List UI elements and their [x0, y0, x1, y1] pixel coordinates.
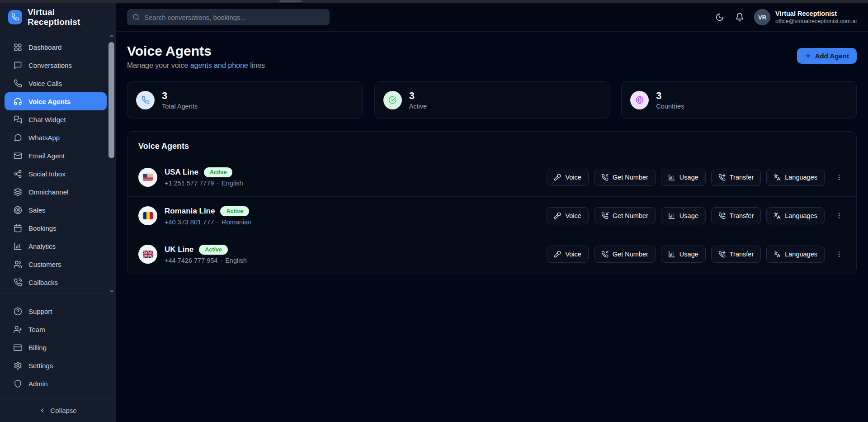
share-icon: [14, 170, 22, 178]
transfer-button[interactable]: Transfer: [711, 246, 761, 263]
stat-label: Total Agents: [162, 103, 198, 110]
phone-forwarded-icon: [718, 212, 726, 219]
get-number-button[interactable]: Get Number: [594, 169, 656, 186]
search-input[interactable]: [144, 14, 324, 21]
user-name: Virtual Receptionist: [775, 9, 857, 18]
get-number-label: Get Number: [613, 212, 648, 219]
calendar-icon: [14, 224, 22, 232]
languages-label: Languages: [785, 174, 817, 181]
get-number-button[interactable]: Get Number: [594, 246, 656, 263]
voice-button[interactable]: Voice: [547, 169, 588, 186]
sidebar-item-chat-widget[interactable]: Chat Widget: [0, 110, 116, 128]
voice-button[interactable]: Voice: [547, 246, 588, 263]
usage-button[interactable]: Usage: [661, 169, 706, 186]
transfer-button[interactable]: Transfer: [711, 169, 761, 186]
dark-mode-toggle[interactable]: [714, 12, 725, 23]
main-area: VR Virtual Receptionist office@virtualre…: [116, 3, 868, 422]
mic-icon: [554, 174, 561, 181]
user-menu[interactable]: VR Virtual Receptionist office@virtualre…: [754, 9, 857, 25]
chevron-left-icon: [39, 407, 46, 414]
users-icon: [14, 260, 22, 269]
meta-separator: ·: [220, 257, 222, 264]
sidebar-item-label: Dashboard: [28, 43, 61, 51]
add-agent-button[interactable]: Add Agent: [797, 48, 857, 64]
sidebar-item-voice-agents[interactable]: Voice Agents: [5, 92, 107, 110]
languages-icon: [774, 174, 781, 181]
voice-agents-panel: Voice Agents USA Line Active: [127, 131, 857, 274]
languages-button[interactable]: Languages: [766, 246, 825, 263]
sidebar-item-label: Settings: [28, 362, 53, 370]
add-agent-label: Add Agent: [815, 52, 849, 60]
agent-list: USA Line Active +1 251 577 7779 · Englis…: [127, 158, 856, 273]
user-identity: Virtual Receptionist office@virtualrecep…: [775, 9, 857, 25]
sidebar-item-label: Customers: [28, 261, 61, 268]
notifications-button[interactable]: [734, 12, 745, 23]
sidebar-item-bookings[interactable]: Bookings: [0, 219, 116, 237]
sidebar-item-omnichannel[interactable]: Omnichannel: [0, 183, 116, 201]
scrollbar-down-arrow-icon[interactable]: [109, 288, 115, 294]
phone-forwarded-icon: [718, 174, 726, 181]
usage-button[interactable]: Usage: [661, 207, 706, 224]
more-vertical-icon: [835, 212, 843, 219]
sidebar-item-label: Omnichannel: [28, 188, 68, 196]
window-top-strip: [0, 0, 868, 3]
sidebar-item-social-inbox[interactable]: Social Inbox: [0, 165, 116, 183]
sidebar-item-customers[interactable]: Customers: [0, 255, 116, 273]
scrollbar-up-arrow-icon[interactable]: [109, 33, 115, 39]
transfer-button[interactable]: Transfer: [711, 207, 761, 224]
sidebar-item-settings[interactable]: Settings: [0, 356, 116, 375]
sidebar-item-sales[interactable]: Sales: [0, 201, 116, 219]
stat-text: 3 Countries: [656, 90, 684, 110]
mic-icon: [554, 251, 561, 258]
romania-flag-icon: [138, 206, 157, 225]
usage-button[interactable]: Usage: [661, 246, 706, 263]
bell-icon: [735, 13, 744, 22]
sidebar-item-analytics[interactable]: Analytics: [0, 237, 116, 255]
sidebar-item-voice-calls[interactable]: Voice Calls: [0, 74, 116, 92]
sidebar-item-conversations[interactable]: Conversations: [0, 56, 116, 74]
sidebar-item-label: WhatsApp: [28, 134, 60, 142]
stat-value: 3: [656, 90, 684, 101]
sidebar-item-support[interactable]: Support: [0, 302, 116, 320]
plus-icon: [805, 52, 811, 59]
layers-icon: [14, 188, 22, 196]
agent-language: English: [222, 180, 243, 187]
row-menu-button[interactable]: [833, 172, 845, 183]
agent-name: UK Line: [165, 245, 193, 254]
more-vertical-icon: [835, 251, 843, 258]
global-search[interactable]: [127, 9, 330, 25]
phone-incoming-icon: [601, 251, 609, 258]
row-menu-button[interactable]: [833, 249, 845, 260]
check-circle-icon: [383, 91, 402, 109]
sidebar-item-callbacks[interactable]: Callbacks: [0, 273, 116, 291]
agent-meta: +44 7426 777 954 · English: [165, 257, 247, 264]
mic-icon: [554, 212, 561, 219]
sidebar-scrollbar-thumb[interactable]: [108, 42, 114, 158]
message-square-icon: [14, 61, 22, 70]
voice-button[interactable]: Voice: [547, 207, 588, 224]
row-menu-button[interactable]: [833, 210, 845, 221]
get-number-button[interactable]: Get Number: [594, 207, 656, 224]
languages-button[interactable]: Languages: [766, 169, 825, 186]
get-number-label: Get Number: [613, 251, 648, 258]
stat-card-total-agents: 3 Total Agents: [127, 81, 363, 119]
agent-row-usa: USA Line Active +1 251 577 7779 · Englis…: [127, 158, 856, 196]
sidebar-item-billing[interactable]: Billing: [0, 338, 116, 356]
sidebar-item-dashboard[interactable]: Dashboard: [0, 38, 116, 56]
sidebar-item-admin[interactable]: Admin: [0, 375, 116, 393]
collapse-sidebar-button[interactable]: Collapse: [0, 398, 116, 422]
sidebar-item-label: Chat Widget: [28, 116, 66, 123]
bar-chart-icon: [668, 174, 675, 181]
help-circle-icon: [14, 307, 22, 316]
page-header-text: Voice Agents Manage your voice agents an…: [127, 43, 265, 70]
languages-button[interactable]: Languages: [766, 207, 825, 224]
agent-actions: Voice Get Number Usage Transfer Language…: [547, 207, 845, 224]
mail-icon: [14, 152, 22, 160]
agent-phone: +40 373 801 777: [165, 218, 214, 226]
sidebar-item-whatsapp[interactable]: WhatsApp: [0, 128, 116, 147]
sidebar-item-team[interactable]: Team: [0, 320, 116, 338]
agent-name: USA Line: [165, 168, 198, 177]
sidebar-item-label: Bookings: [28, 224, 57, 232]
sidebar-item-label: Voice Calls: [28, 80, 62, 87]
sidebar-item-email-agent[interactable]: Email Agent: [0, 147, 116, 165]
